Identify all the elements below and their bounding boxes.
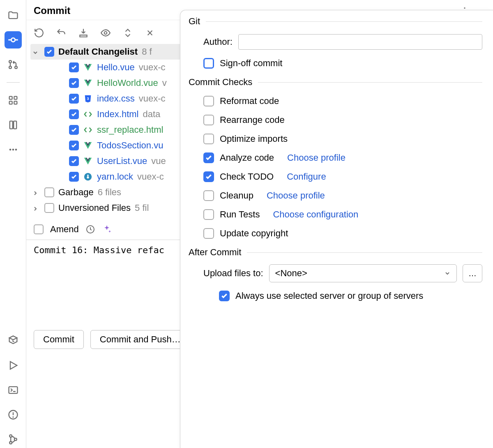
checks-section-title: Commit Checks: [189, 77, 482, 88]
history-icon[interactable]: [85, 224, 95, 234]
sidebar-divider: [7, 82, 20, 83]
upload-browse-button[interactable]: …: [463, 264, 482, 282]
chevron-right-icon[interactable]: [32, 188, 40, 196]
file-checkbox[interactable]: [69, 125, 79, 135]
commit-icon[interactable]: [5, 31, 22, 48]
services-icon[interactable]: [5, 332, 22, 349]
signoff-row: Sign-off commit: [189, 58, 482, 69]
file-checkbox[interactable]: [69, 141, 79, 150]
svg-point-4: [9, 66, 12, 69]
copyright-label: Update copyright: [220, 228, 288, 239]
todo-row: Check TODO Configure: [203, 171, 482, 182]
file-path: vue: [151, 156, 166, 166]
upload-row: Upload files to: <None> …: [203, 264, 482, 282]
after-section-title: After Commit: [189, 247, 482, 258]
signoff-label: Sign-off commit: [220, 58, 282, 69]
shelve-icon[interactable]: [78, 28, 89, 38]
file-checkbox[interactable]: [69, 78, 79, 88]
garbage-count: 6 files: [98, 187, 121, 198]
garbage-checkbox[interactable]: [44, 187, 54, 197]
svg-point-19: [9, 435, 12, 437]
svg-point-3: [9, 60, 12, 63]
tests-link[interactable]: Choose configuration: [273, 209, 358, 220]
git-section-title: Git: [189, 16, 482, 27]
file-path: vuex-c: [139, 93, 166, 104]
commit-options-popup: Git Author: Sign-off commit Commit Check…: [180, 10, 493, 448]
run-icon[interactable]: [5, 357, 22, 374]
ai-sparkle-icon[interactable]: [102, 224, 112, 234]
signoff-checkbox[interactable]: [203, 58, 214, 69]
more-icon[interactable]: [5, 141, 22, 158]
pull-requests-icon[interactable]: [5, 56, 22, 73]
svg-text:3: 3: [87, 97, 89, 101]
amend-checkbox[interactable]: [34, 224, 44, 234]
changelist-label: Default Changelist: [58, 46, 138, 57]
file-checkbox[interactable]: [69, 172, 79, 182]
problems-icon[interactable]: [5, 406, 22, 423]
changelist-count: 8 f: [142, 46, 152, 57]
copyright-row: Update copyright: [203, 228, 482, 239]
author-row: Author:: [203, 34, 482, 50]
svg-rect-8: [9, 101, 12, 104]
chevron-down-icon[interactable]: [32, 48, 40, 56]
author-label: Author:: [203, 37, 233, 47]
optimize-checkbox[interactable]: [203, 134, 214, 144]
file-name: HelloWorld.vue: [97, 78, 158, 88]
file-checkbox[interactable]: [69, 109, 79, 119]
file-name: Hello.vue: [97, 62, 135, 73]
file-checkbox[interactable]: [69, 156, 79, 166]
refresh-icon[interactable]: [34, 28, 44, 38]
html-icon: [83, 109, 93, 119]
vcs-icon[interactable]: [5, 431, 22, 448]
upload-value: <None>: [275, 268, 307, 279]
cleanup-row: Cleanup Choose profile: [203, 190, 482, 201]
terminal-icon[interactable]: [5, 381, 22, 399]
commit-push-button[interactable]: Commit and Push…: [90, 330, 190, 349]
chevron-down-icon: [444, 270, 451, 277]
rollback-icon[interactable]: [56, 28, 67, 38]
author-input[interactable]: [238, 34, 482, 50]
cleanup-checkbox[interactable]: [203, 190, 214, 201]
svg-rect-9: [14, 101, 17, 104]
expand-collapse-icon[interactable]: [122, 28, 133, 38]
svg-point-12: [9, 149, 11, 151]
cleanup-link[interactable]: Choose profile: [267, 190, 325, 201]
project-icon[interactable]: [5, 7, 22, 24]
chevron-right-icon[interactable]: [32, 204, 40, 212]
todo-checkbox[interactable]: [203, 171, 214, 182]
copyright-checkbox[interactable]: [203, 228, 214, 239]
bookmarks-icon[interactable]: [5, 116, 22, 134]
tests-checkbox[interactable]: [203, 209, 214, 220]
todo-link[interactable]: Configure: [287, 171, 326, 182]
unversioned-label: Unversioned Files: [58, 203, 131, 213]
rearrange-row: Rearrange code: [203, 115, 482, 125]
reformat-checkbox[interactable]: [203, 96, 214, 106]
changelist-icon[interactable]: [145, 28, 155, 38]
rearrange-checkbox[interactable]: [203, 115, 214, 125]
rearrange-label: Rearrange code: [220, 115, 285, 125]
analyze-link[interactable]: Choose profile: [287, 152, 346, 163]
file-checkbox[interactable]: [69, 94, 79, 104]
cleanup-label: Cleanup: [220, 190, 253, 201]
diff-icon[interactable]: [100, 28, 111, 38]
file-path: vuex-c: [137, 171, 164, 182]
unversioned-checkbox[interactable]: [44, 203, 54, 213]
analyze-row: Analyze code Choose profile: [203, 152, 482, 163]
svg-rect-10: [9, 121, 12, 129]
garbage-label: Garbage: [58, 187, 94, 198]
svg-rect-15: [9, 387, 17, 393]
svg-point-13: [12, 149, 14, 151]
changelist-checkbox[interactable]: [44, 47, 54, 57]
amend-label: Amend: [50, 224, 79, 235]
commit-button[interactable]: Commit: [34, 330, 84, 349]
analyze-checkbox[interactable]: [203, 152, 214, 163]
reformat-row: Reformat code: [203, 96, 482, 106]
tests-row: Run Tests Choose configuration: [203, 209, 482, 220]
always-checkbox[interactable]: [219, 291, 230, 301]
structure-icon[interactable]: [5, 92, 22, 109]
upload-select[interactable]: <None>: [269, 264, 457, 282]
file-name: TodosSection.vu: [97, 140, 163, 151]
file-checkbox[interactable]: [69, 62, 79, 72]
optimize-row: Optimize imports: [203, 134, 482, 144]
svg-rect-6: [9, 97, 12, 99]
